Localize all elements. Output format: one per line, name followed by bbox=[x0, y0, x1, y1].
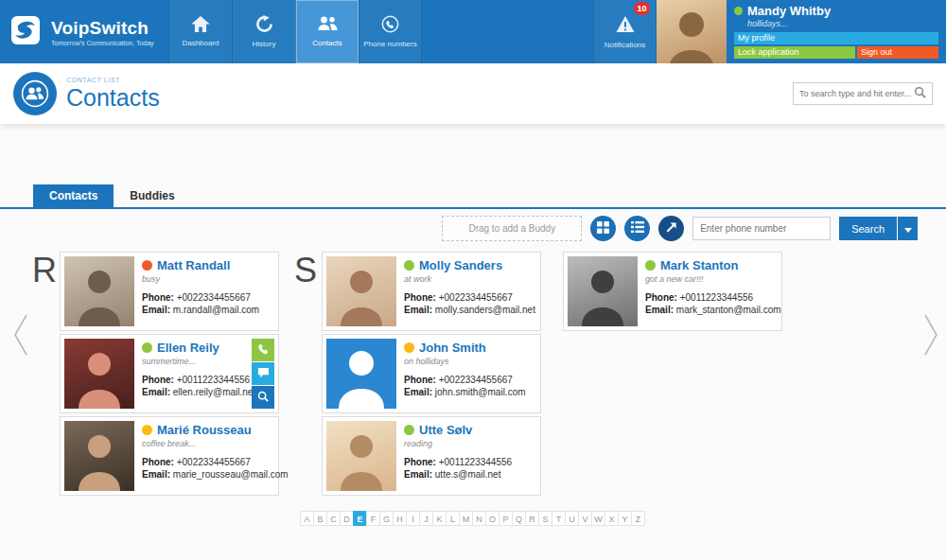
list-view-button[interactable] bbox=[624, 216, 650, 241]
group-r-cards: Matt Randall busy Phone: +0022334455667 … bbox=[60, 252, 279, 496]
contact-status: got a new car!!! bbox=[645, 274, 778, 284]
contact-info: Marié Rousseau coffee break... Phone: +0… bbox=[142, 421, 274, 491]
contact-card[interactable]: Molly Sanders at work Phone: +0022334455… bbox=[322, 252, 541, 331]
phone-value: +0022334455667 bbox=[177, 292, 251, 303]
contact-card[interactable]: Matt Randall busy Phone: +0022334455667 … bbox=[60, 252, 279, 331]
search-contact-button[interactable] bbox=[252, 386, 274, 409]
magnifier-icon bbox=[257, 391, 269, 405]
grid-view-button[interactable] bbox=[590, 216, 616, 241]
next-page-button[interactable] bbox=[923, 312, 938, 360]
brand-name: VoipSwitch bbox=[51, 18, 154, 39]
nav-label: Contacts bbox=[312, 40, 342, 48]
tab-buddies[interactable]: Buddies bbox=[114, 184, 190, 207]
nav-label: Notifications bbox=[604, 41, 646, 49]
phone-label: Phone: bbox=[404, 292, 436, 303]
nav-dashboard[interactable]: Dashboard bbox=[168, 0, 232, 63]
contact-card[interactable]: Marié Rousseau coffee break... Phone: +0… bbox=[60, 416, 279, 496]
page-title: Contacts bbox=[66, 84, 160, 112]
phone-label: Phone: bbox=[404, 457, 436, 467]
contact-photo bbox=[64, 421, 134, 491]
chevron-left-icon bbox=[13, 346, 28, 360]
global-search-input[interactable] bbox=[799, 89, 914, 98]
contact-phone: Phone: +0011223344556 bbox=[142, 375, 250, 385]
contact-name: Marié Rousseau bbox=[157, 423, 252, 437]
user-status-text: hollidays... bbox=[747, 19, 938, 28]
alphabet-letter[interactable]: F bbox=[366, 511, 380, 526]
phone-value: +0022334455667 bbox=[439, 375, 513, 385]
call-button[interactable] bbox=[252, 339, 274, 361]
titlebar: CONTACT LIST Contacts bbox=[0, 63, 946, 124]
nav-phone-numbers[interactable]: Phone numbers bbox=[359, 0, 422, 63]
alphabet-letter[interactable]: X bbox=[604, 511, 619, 526]
alphabet-letter[interactable]: Z bbox=[631, 511, 645, 526]
email-value: mark_stanton@mail.com bbox=[676, 305, 781, 315]
email-value: m.randall@mail.com bbox=[173, 305, 259, 315]
contact-actions bbox=[252, 339, 274, 409]
nav-label: History bbox=[253, 41, 276, 49]
nav-notifications[interactable]: 10 Notifications bbox=[593, 0, 657, 63]
email-label: Email: bbox=[404, 305, 432, 315]
presence-dot bbox=[404, 425, 414, 435]
notification-badge: 10 bbox=[634, 2, 650, 15]
contact-email: Email: m.randall@mail.com bbox=[142, 305, 259, 315]
lock-application-link[interactable]: Lock application bbox=[734, 46, 855, 59]
alphabet-index: A B C D E F G H I J K L M N O P Q R S T … bbox=[0, 511, 946, 526]
alphabet-letter[interactable]: V bbox=[578, 511, 592, 526]
voipswitch-app: VoipSwitch Tomorrow's Communication, Tod… bbox=[0, 0, 946, 560]
alphabet-letter[interactable]: P bbox=[499, 511, 513, 526]
buddy-drop-zone[interactable]: Drag to add a Buddy bbox=[442, 216, 582, 241]
alphabet-letter[interactable]: B bbox=[313, 511, 327, 526]
email-value: john.smith@mail.com bbox=[435, 387, 526, 397]
alphabet-letter[interactable]: N bbox=[472, 511, 486, 526]
contact-card[interactable]: Ellen Reily summertime... Phone: +001122… bbox=[60, 334, 279, 413]
alphabet-letter[interactable]: D bbox=[340, 511, 354, 526]
contact-card[interactable]: John Smith on hollidays Phone: +00223344… bbox=[322, 334, 541, 413]
my-profile-link[interactable]: My profile bbox=[734, 32, 938, 44]
tabs: Contacts Buddies bbox=[0, 124, 946, 209]
alphabet-letter[interactable]: W bbox=[591, 511, 605, 526]
contact-card[interactable]: Mark Stanton got a new car!!! Phone: +00… bbox=[563, 252, 782, 331]
phone-value: +0022334455667 bbox=[177, 457, 251, 467]
alphabet-letter[interactable]: I bbox=[406, 511, 420, 526]
search-options-caret[interactable] bbox=[898, 217, 918, 240]
contact-card[interactable]: Utte Sølv reading Phone: +0011223344556 … bbox=[322, 416, 541, 496]
alphabet-letter[interactable]: U bbox=[565, 511, 579, 526]
contact-name: Ellen Reily bbox=[157, 341, 219, 355]
alphabet-letter[interactable]: G bbox=[379, 511, 394, 526]
contact-list: R Matt Randall busy Phone: +002233445566… bbox=[0, 246, 946, 496]
alphabet-letter[interactable]: A bbox=[300, 511, 314, 526]
phone-number-input[interactable] bbox=[692, 217, 831, 240]
search-icon[interactable] bbox=[914, 85, 926, 102]
tab-contacts[interactable]: Contacts bbox=[33, 184, 114, 207]
alphabet-letter[interactable]: C bbox=[326, 511, 341, 526]
alphabet-letter[interactable]: T bbox=[552, 511, 566, 526]
alphabet-letter[interactable]: J bbox=[419, 511, 433, 526]
list-icon bbox=[631, 221, 644, 236]
chat-button[interactable] bbox=[252, 362, 274, 385]
alphabet-letter[interactable]: K bbox=[432, 511, 447, 526]
user-avatar[interactable] bbox=[657, 0, 727, 70]
sign-out-link[interactable]: Sign out bbox=[857, 46, 938, 59]
phone-icon bbox=[381, 15, 399, 37]
presence-dot bbox=[404, 342, 414, 353]
alphabet-letter[interactable]: M bbox=[459, 511, 473, 526]
search-button[interactable]: Search bbox=[839, 217, 897, 240]
contact-status: reading bbox=[404, 439, 512, 448]
alphabet-letter[interactable]: S bbox=[538, 511, 552, 526]
alphabet-letter[interactable]: H bbox=[393, 511, 407, 526]
nav-contacts[interactable]: Contacts bbox=[295, 0, 359, 63]
alphabet-letter[interactable]: O bbox=[485, 511, 499, 526]
alphabet-letter[interactable]: L bbox=[446, 511, 460, 526]
history-icon bbox=[255, 15, 273, 37]
contact-status: on hollidays bbox=[404, 357, 526, 366]
nav-history[interactable]: History bbox=[232, 0, 295, 63]
dialer-shortcut-button[interactable] bbox=[658, 216, 684, 241]
phone-label: Phone: bbox=[142, 292, 174, 303]
previous-page-button[interactable] bbox=[13, 312, 28, 360]
alphabet-letter-active[interactable]: E bbox=[353, 511, 367, 526]
alphabet-letter[interactable]: Y bbox=[618, 511, 632, 526]
alphabet-letter[interactable]: Q bbox=[512, 511, 526, 526]
phone-label: Phone: bbox=[404, 375, 436, 385]
alphabet-letter[interactable]: R bbox=[525, 511, 539, 526]
contacts-icon bbox=[317, 15, 339, 36]
